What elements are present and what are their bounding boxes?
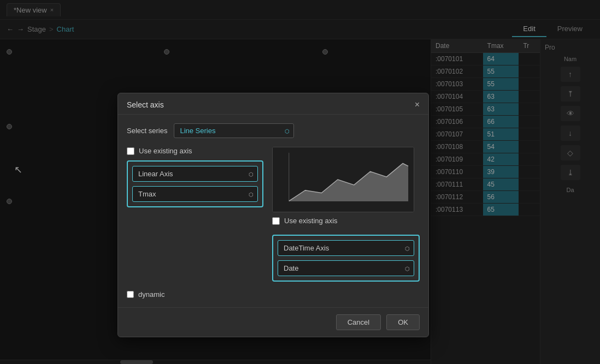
dialog-header: Select axis × — [118, 93, 428, 115]
y-axis-type-dropdown[interactable]: Linear Axis Log Axis DateTime Axis — [132, 166, 258, 182]
chart-svg — [273, 147, 414, 212]
use-existing-axis-bottom-label: Use existing axis — [284, 217, 338, 225]
x-axis-col: Use existing axis DateTime Axis Linear A… — [272, 147, 420, 282]
x-axis-type-wrapper: DateTime Axis Linear Axis Log Axis — [278, 240, 414, 256]
dialog-footer: Cancel OK — [118, 307, 428, 337]
y-field-dropdown[interactable]: Tmax Tmin Date — [132, 186, 258, 202]
two-col-layout: Use existing axis Linear Axis Log Axis D… — [127, 147, 420, 282]
select-series-label: Select series — [127, 127, 167, 135]
y-axis-col: Use existing axis Linear Axis Log Axis D… — [127, 147, 263, 282]
series-dropdown[interactable]: Line Series Bar Series Scatter Series — [174, 123, 294, 138]
y-field-wrapper: Tmax Tmin Date — [132, 186, 258, 202]
select-axis-dialog: Select axis × Select series Line Series … — [117, 93, 429, 337]
x-axis-type-dropdown[interactable]: DateTime Axis Linear Axis Log Axis — [278, 240, 414, 256]
dynamic-checkbox[interactable] — [127, 291, 134, 298]
dialog-close-button[interactable]: × — [415, 100, 420, 110]
use-existing-axis-bottom-checkbox[interactable] — [272, 217, 280, 225]
use-existing-axis-top-row: Use existing axis — [127, 147, 263, 155]
x-field-wrapper: Date Tmax Tmin — [278, 260, 414, 276]
y-axis-type-wrapper: Linear Axis Log Axis DateTime Axis — [132, 166, 258, 182]
ok-button[interactable]: OK — [386, 314, 420, 330]
series-dropdown-wrapper: Line Series Bar Series Scatter Series — [174, 123, 294, 138]
dialog-title: Select axis — [127, 100, 164, 109]
y-axis-box: Linear Axis Log Axis DateTime Axis Tmax … — [127, 160, 263, 207]
dialog-body: Select series Line Series Bar Series Sca… — [118, 115, 428, 307]
select-series-row: Select series Line Series Bar Series Sca… — [127, 123, 420, 138]
dynamic-label: dynamic — [138, 290, 164, 299]
use-existing-axis-top-checkbox[interactable] — [127, 147, 134, 155]
x-field-dropdown[interactable]: Date Tmax Tmin — [278, 260, 414, 276]
use-existing-axis-bottom-row: Use existing axis — [272, 217, 420, 225]
use-existing-axis-top-label: Use existing axis — [139, 147, 192, 155]
chart-preview — [272, 147, 414, 212]
modal-overlay: Select axis × Select series Line Series … — [0, 0, 600, 364]
x-axis-box: DateTime Axis Linear Axis Log Axis Date … — [272, 235, 420, 282]
cancel-button[interactable]: Cancel — [336, 314, 381, 330]
dynamic-row: dynamic — [127, 290, 420, 299]
